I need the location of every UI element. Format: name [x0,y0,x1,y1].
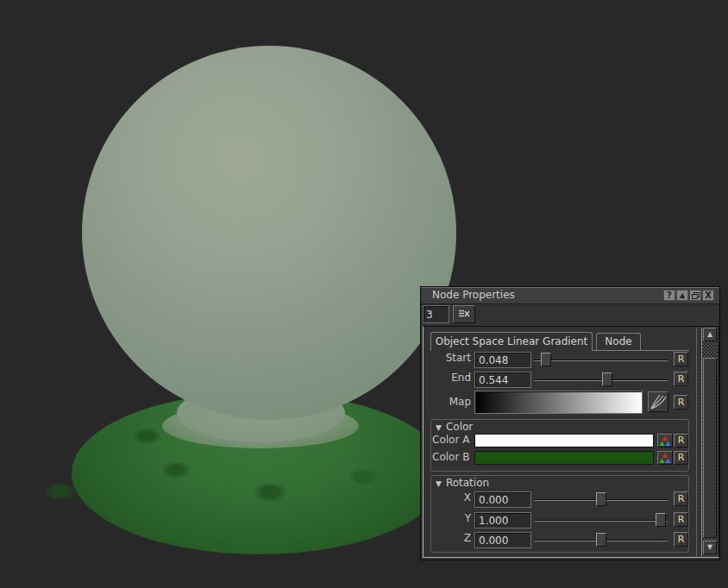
detach-icon [457,308,471,319]
close-button[interactable]: X [702,290,714,301]
tab-node[interactable]: Node [596,333,641,350]
start-slider-handle[interactable] [541,353,551,366]
color-picker-icon [658,452,672,464]
rotation-z-slider-handle[interactable] [596,533,606,547]
scrollbar[interactable]: ▲ ▼ [701,328,718,556]
color-a-label: Color A [432,434,469,446]
scrollbar-thumb[interactable] [703,358,717,538]
base-dimple [128,426,166,447]
end-slider-handle[interactable] [602,372,612,386]
color-b-label: Color B [432,451,469,463]
rotation-x-input[interactable] [474,491,531,508]
titlebar-buttons: ? ▲ X [663,290,714,301]
rotation-x-reset-button[interactable]: R [674,491,688,506]
base-dimple [248,479,292,505]
map-row: Map R [424,391,719,414]
start-input[interactable] [474,352,531,368]
detach-button[interactable] [453,305,475,323]
rotation-y-slider-handle[interactable] [656,513,666,527]
start-label: Start [424,352,471,364]
rotation-z-slider[interactable] [534,532,668,548]
color-a-row: Color A R [424,434,719,450]
start-slider[interactable] [534,352,668,368]
end-slider[interactable] [534,372,668,388]
color-b-swatch[interactable] [474,451,654,465]
base-dimple [343,466,383,488]
rotation-group-title: Rotation [446,477,489,489]
slider-groove [534,360,668,360]
envelope-curve-icon [649,392,668,411]
map-label: Map [424,396,471,408]
color-b-row: Color B R [424,451,719,467]
scroll-down-button[interactable]: ▼ [703,541,717,554]
panel-scroll-area: Object Space Linear Gradient Node Start … [423,326,719,558]
rotation-z-reset-button[interactable]: R [674,532,688,547]
node-properties-panel: Node Properties ? ▲ X Object Space [420,286,720,560]
expand-button[interactable]: ▲ [676,290,688,301]
expand-icon: ▲ [680,291,685,299]
rotation-y-input[interactable] [474,512,531,529]
end-label: End [424,372,471,384]
tab-object-space-linear-gradient[interactable]: Object Space Linear Gradient [430,332,593,351]
base-dimple [157,459,195,481]
map-reset-button[interactable]: R [674,395,688,410]
panel-titlebar[interactable]: Node Properties ? ▲ X [421,287,719,304]
node-index-input[interactable] [423,305,449,323]
base-dimple [38,479,83,504]
close-icon: X [705,291,712,300]
rotation-y-row: Y R [424,512,719,529]
color-b-reset-button[interactable]: R [674,451,688,465]
rotation-y-reset-button[interactable]: R [674,512,688,527]
start-row: Start R [424,352,719,368]
slider-groove [534,520,668,521]
gradient-edit-button[interactable] [648,391,668,412]
end-reset-button[interactable]: R [674,372,688,386]
color-group-title: Color [446,421,473,433]
rotation-y-slider[interactable] [534,512,668,529]
rotation-group-header[interactable]: ▼Rotation [436,477,489,489]
help-icon: ? [667,291,672,300]
end-input[interactable] [474,372,531,388]
color-a-reset-button[interactable]: R [674,434,688,447]
rotation-x-slider-handle[interactable] [596,492,606,506]
color-b-picker-button[interactable] [657,451,673,465]
color-a-swatch[interactable] [474,434,654,447]
rotation-y-label: Y [424,512,471,524]
restore-button[interactable] [689,290,701,301]
collapse-arrow-icon: ▼ [436,423,442,432]
restore-icon [692,292,699,298]
rotation-x-slider[interactable] [534,491,668,508]
scroll-down-icon: ▼ [707,543,712,551]
preview-sphere [82,46,456,420]
gradient-map-strip[interactable] [474,391,643,414]
rotation-x-label: X [424,491,471,504]
color-picker-icon [658,435,672,447]
scroll-up-button[interactable]: ▲ [703,328,717,341]
color-a-picker-button[interactable] [657,434,673,447]
help-button[interactable]: ? [663,290,675,301]
start-reset-button[interactable]: R [674,352,688,366]
slider-groove [534,379,668,380]
end-row: End R [424,372,719,388]
panel-title: Node Properties [432,289,515,301]
rotation-z-input[interactable] [474,532,531,548]
collapse-arrow-icon: ▼ [436,479,442,488]
rotation-z-label: Z [424,532,471,544]
color-group-header[interactable]: ▼Color [436,421,473,433]
scroll-up-icon: ▲ [707,330,712,338]
rotation-z-row: Z R [424,532,719,548]
rotation-x-row: X R [424,491,719,508]
